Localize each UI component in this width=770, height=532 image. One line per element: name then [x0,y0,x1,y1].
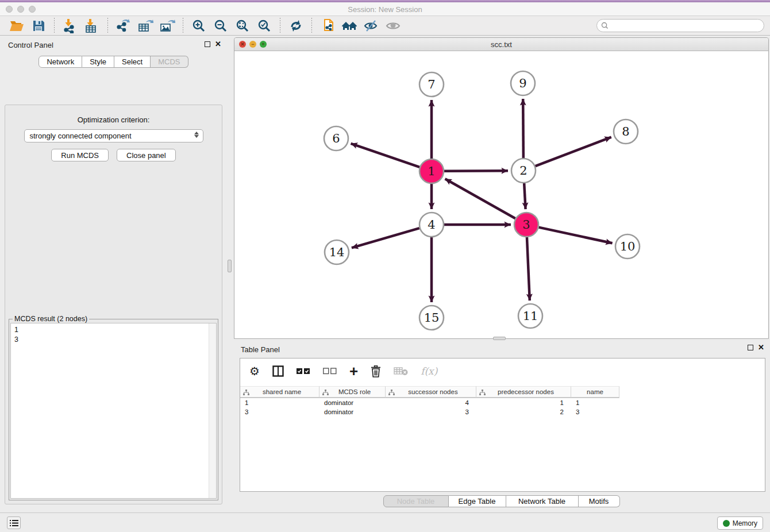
edge-4-14[interactable] [352,228,419,248]
tab-network[interactable]: Network [38,56,82,68]
list-icon [10,519,18,527]
zoom-selected-icon[interactable] [256,18,273,34]
graph-node-8[interactable]: 8 [614,119,638,144]
export-image-icon[interactable] [159,18,176,34]
edge-1-6[interactable] [351,144,420,167]
criterion-value: strongly connected component [30,132,132,140]
delete-column-icon[interactable] [371,364,381,378]
apply-layout-icon[interactable] [287,18,305,34]
graph-node-1[interactable]: 1 [419,159,444,183]
mcds-result-text[interactable]: 1 3 [10,323,217,499]
create-column-icon[interactable]: + [349,364,358,378]
graph-node-14[interactable]: 14 [325,240,349,264]
search-input[interactable] [609,21,764,31]
table-row[interactable]: 3dominator323 [240,407,765,417]
graph-node-11[interactable]: 11 [518,304,542,328]
edge-3-1[interactable] [445,179,515,218]
svg-text:4: 4 [428,218,435,232]
table-cell[interactable]: 2 [476,407,571,417]
table-cell[interactable]: 1 [476,398,571,407]
column-header-name[interactable]: name [571,386,619,398]
status-bar: Memory [0,512,770,532]
criterion-dropdown[interactable]: strongly connected component [24,129,203,142]
table-settings-icon[interactable]: ⚙ [249,364,260,378]
tab-select[interactable]: Select [114,56,151,68]
table-cell[interactable]: 3 [386,407,476,417]
column-header-MCDS-role[interactable]: MCDS role [319,386,386,398]
table-cell[interactable]: dominator [319,407,386,417]
scrollbar[interactable] [209,323,216,498]
close-panel-button[interactable]: Close panel [117,149,176,161]
table-row[interactable]: 1dominator411 [240,398,765,407]
graph-node-6[interactable]: 6 [324,126,348,151]
memory-button[interactable]: Memory [717,516,763,530]
show-columns-icon[interactable] [272,364,284,378]
clone-network-icon[interactable] [319,18,336,34]
edge-2-9[interactable] [523,99,523,158]
tab-edge-table[interactable]: Edge Table [449,495,506,507]
svg-text:15: 15 [424,311,440,325]
open-session-icon[interactable] [8,18,25,34]
home-icon[interactable] [341,18,358,34]
svg-text:7: 7 [428,78,435,91]
run-mcds-button[interactable]: Run MCDS [51,149,109,161]
column-header-predecessor-nodes[interactable]: predecessor nodes [476,386,571,398]
table-cell[interactable]: 1 [571,398,619,407]
import-table-icon[interactable] [83,18,101,34]
mcds-panel: Optimization criterion: strongly connect… [5,105,222,504]
control-panel-title: Control Panel [8,41,53,49]
graph-node-2[interactable]: 2 [511,159,536,183]
graph-node-10[interactable]: 10 [615,234,640,259]
toolbar-separator [183,18,183,34]
table-cell[interactable]: 3 [240,407,319,417]
network-graph-canvas[interactable]: 7968124314101511 [234,51,768,338]
mcds-result-group: MCDS result (2 nodes) 1 3 [9,319,218,500]
tab-style[interactable]: Style [82,56,114,68]
show-all-icon[interactable] [384,18,402,34]
edge-3-11[interactable] [527,237,530,300]
edge-2-3[interactable] [524,183,525,209]
graph-node-4[interactable]: 4 [419,213,444,237]
deselect-all-icon[interactable] [323,364,337,378]
graph-node-15[interactable]: 15 [419,306,444,330]
panel-splitter-grip[interactable] [493,337,506,340]
edge-2-8[interactable] [536,137,611,167]
zoom-fit-icon[interactable] [234,18,251,34]
graph-node-7[interactable]: 7 [419,72,444,97]
column-header-successor-nodes[interactable]: successor nodes [386,386,476,398]
node-table[interactable]: shared nameMCDS rolesuccessor nodesprede… [240,386,765,417]
tab-network-table[interactable]: Network Table [506,495,579,507]
table-cell[interactable]: dominator [319,398,386,407]
table-panel-title: Table Panel [241,345,280,354]
network-window-titlebar[interactable]: ✕ − + scc.txt [234,38,768,51]
edge-1-2[interactable] [444,171,508,171]
search-box[interactable] [596,19,764,32]
close-panel-icon[interactable]: ✕ [758,345,764,350]
tab-node-table[interactable]: Node Table [383,495,449,507]
column-header-shared-name[interactable]: shared name [240,386,319,398]
network-list-button[interactable] [7,516,21,529]
export-network-icon[interactable] [115,18,132,34]
edge-3-10[interactable] [539,228,613,244]
float-panel-icon[interactable] [748,345,753,350]
tab-mcds[interactable]: MCDS [151,56,188,68]
optimization-criterion-label: Optimization criterion: [5,115,222,124]
select-all-icon[interactable] [297,364,310,378]
save-session-icon[interactable] [30,18,47,34]
table-cell[interactable]: 3 [571,407,619,417]
svg-text:11: 11 [523,309,538,323]
table-cell[interactable]: 1 [240,398,319,407]
zoom-in-icon[interactable] [190,18,207,34]
export-table-icon[interactable] [137,18,154,34]
table-toolbar: ⚙ + f(x) [240,358,765,384]
import-network-icon[interactable] [61,18,79,34]
graph-node-9[interactable]: 9 [511,71,535,95]
hide-selected-icon[interactable] [363,18,380,34]
graph-node-3[interactable]: 3 [514,213,538,237]
panel-splitter-grip[interactable] [228,260,232,272]
float-panel-icon[interactable] [205,41,210,47]
tab-motifs[interactable]: Motifs [579,495,620,507]
close-panel-icon[interactable]: ✕ [215,41,221,47]
zoom-out-icon[interactable] [212,18,229,34]
table-cell[interactable]: 4 [386,398,476,407]
